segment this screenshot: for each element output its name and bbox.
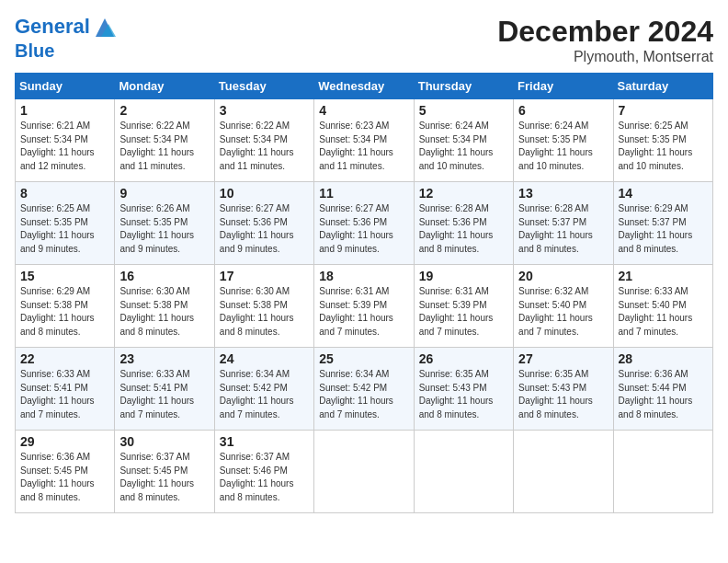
- day-number-11: 11: [319, 186, 408, 201]
- calendar-week-2: 8 Sunrise: 6:25 AM Sunset: 5:35 PM Dayli…: [16, 182, 713, 265]
- day-number-27: 27: [518, 351, 608, 366]
- day-number-21: 21: [619, 269, 708, 283]
- day-cell-26: 26 Sunrise: 6:35 AM Sunset: 5:43 PM Dayl…: [414, 348, 513, 431]
- header-monday: Monday: [115, 74, 214, 99]
- day-info-20: Sunrise: 6:32 AM Sunset: 5:40 PM Dayligh…: [518, 285, 608, 339]
- calendar-week-5: 29 Sunrise: 6:36 AM Sunset: 5:45 PM Dayl…: [16, 431, 713, 513]
- day-cell-22: 22 Sunrise: 6:33 AM Sunset: 5:41 PM Dayl…: [16, 348, 115, 431]
- day-number-22: 22: [20, 351, 109, 366]
- day-cell-14: 14 Sunrise: 6:29 AM Sunset: 5:37 PM Dayl…: [613, 182, 712, 265]
- day-info-9: Sunrise: 6:26 AM Sunset: 5:35 PM Dayligh…: [119, 202, 209, 256]
- day-info-27: Sunrise: 6:35 AM Sunset: 5:43 PM Dayligh…: [518, 368, 608, 421]
- day-cell-13: 13 Sunrise: 6:28 AM Sunset: 5:37 PM Dayl…: [514, 182, 613, 265]
- logo: General Blue: [15, 15, 118, 61]
- day-cell-30: 30 Sunrise: 6:37 AM Sunset: 5:45 PM Dayl…: [115, 431, 214, 513]
- header-saturday: Saturday: [613, 74, 712, 99]
- day-number-2: 2: [119, 103, 209, 118]
- day-number-25: 25: [319, 351, 408, 366]
- day-cell-18: 18 Sunrise: 6:31 AM Sunset: 5:39 PM Dayl…: [314, 265, 414, 348]
- location-subtitle: Plymouth, Montserrat: [497, 49, 713, 65]
- day-cell-8: 8 Sunrise: 6:25 AM Sunset: 5:35 PM Dayli…: [16, 182, 115, 265]
- day-number-23: 23: [119, 351, 209, 366]
- title-block: December 2024 Plymouth, Montserrat: [497, 15, 713, 65]
- day-info-28: Sunrise: 6:36 AM Sunset: 5:44 PM Dayligh…: [619, 368, 708, 421]
- day-number-19: 19: [419, 269, 508, 283]
- day-cell-15: 15 Sunrise: 6:29 AM Sunset: 5:38 PM Dayl…: [16, 265, 115, 348]
- day-info-4: Sunrise: 6:23 AM Sunset: 5:34 PM Dayligh…: [319, 120, 408, 173]
- month-title: December 2024: [497, 15, 713, 49]
- day-cell-20: 20 Sunrise: 6:32 AM Sunset: 5:40 PM Dayl…: [514, 265, 613, 348]
- empty-cell: [314, 431, 414, 513]
- calendar-week-1: 1 Sunrise: 6:21 AM Sunset: 5:34 PM Dayli…: [16, 99, 713, 182]
- day-number-17: 17: [220, 269, 309, 283]
- day-number-1: 1: [20, 103, 109, 118]
- day-cell-6: 6 Sunrise: 6:24 AM Sunset: 5:35 PM Dayli…: [514, 99, 613, 182]
- day-cell-11: 11 Sunrise: 6:27 AM Sunset: 5:36 PM Dayl…: [314, 182, 414, 265]
- day-info-7: Sunrise: 6:25 AM Sunset: 5:35 PM Dayligh…: [619, 120, 708, 173]
- day-number-28: 28: [619, 351, 708, 366]
- day-cell-4: 4 Sunrise: 6:23 AM Sunset: 5:34 PM Dayli…: [314, 99, 414, 182]
- calendar-week-3: 15 Sunrise: 6:29 AM Sunset: 5:38 PM Dayl…: [16, 265, 713, 348]
- day-number-6: 6: [518, 103, 608, 118]
- day-info-5: Sunrise: 6:24 AM Sunset: 5:34 PM Dayligh…: [419, 120, 508, 173]
- day-cell-23: 23 Sunrise: 6:33 AM Sunset: 5:41 PM Dayl…: [115, 348, 214, 431]
- day-info-6: Sunrise: 6:24 AM Sunset: 5:35 PM Dayligh…: [518, 120, 608, 173]
- empty-cell: [514, 431, 613, 513]
- day-cell-17: 17 Sunrise: 6:30 AM Sunset: 5:38 PM Dayl…: [214, 265, 313, 348]
- day-info-15: Sunrise: 6:29 AM Sunset: 5:38 PM Dayligh…: [20, 285, 109, 339]
- day-info-18: Sunrise: 6:31 AM Sunset: 5:39 PM Dayligh…: [319, 285, 408, 339]
- day-number-9: 9: [119, 186, 209, 201]
- logo-text: General: [15, 15, 118, 40]
- day-cell-28: 28 Sunrise: 6:36 AM Sunset: 5:44 PM Dayl…: [613, 348, 712, 431]
- calendar-table: Sunday Monday Tuesday Wednesday Thursday…: [15, 73, 713, 513]
- day-cell-5: 5 Sunrise: 6:24 AM Sunset: 5:34 PM Dayli…: [414, 99, 513, 182]
- day-cell-3: 3 Sunrise: 6:22 AM Sunset: 5:34 PM Dayli…: [214, 99, 313, 182]
- day-info-12: Sunrise: 6:28 AM Sunset: 5:36 PM Dayligh…: [419, 202, 508, 256]
- day-info-29: Sunrise: 6:36 AM Sunset: 5:45 PM Dayligh…: [20, 451, 109, 504]
- day-info-22: Sunrise: 6:33 AM Sunset: 5:41 PM Dayligh…: [20, 368, 109, 421]
- day-info-21: Sunrise: 6:33 AM Sunset: 5:40 PM Dayligh…: [619, 285, 708, 339]
- day-cell-21: 21 Sunrise: 6:33 AM Sunset: 5:40 PM Dayl…: [613, 265, 712, 348]
- day-cell-1: 1 Sunrise: 6:21 AM Sunset: 5:34 PM Dayli…: [16, 99, 115, 182]
- day-info-23: Sunrise: 6:33 AM Sunset: 5:41 PM Dayligh…: [119, 368, 209, 421]
- day-info-11: Sunrise: 6:27 AM Sunset: 5:36 PM Dayligh…: [319, 202, 408, 256]
- day-info-10: Sunrise: 6:27 AM Sunset: 5:36 PM Dayligh…: [220, 202, 309, 256]
- day-info-13: Sunrise: 6:28 AM Sunset: 5:37 PM Dayligh…: [518, 202, 608, 256]
- day-info-3: Sunrise: 6:22 AM Sunset: 5:34 PM Dayligh…: [220, 120, 309, 173]
- day-cell-7: 7 Sunrise: 6:25 AM Sunset: 5:35 PM Dayli…: [613, 99, 712, 182]
- header-sunday: Sunday: [16, 74, 115, 99]
- day-number-10: 10: [220, 186, 309, 201]
- day-info-25: Sunrise: 6:34 AM Sunset: 5:42 PM Dayligh…: [319, 368, 408, 421]
- day-number-7: 7: [619, 103, 708, 118]
- day-cell-10: 10 Sunrise: 6:27 AM Sunset: 5:36 PM Dayl…: [214, 182, 313, 265]
- day-info-30: Sunrise: 6:37 AM Sunset: 5:45 PM Dayligh…: [119, 451, 209, 504]
- day-cell-24: 24 Sunrise: 6:34 AM Sunset: 5:42 PM Dayl…: [214, 348, 313, 431]
- day-number-30: 30: [119, 434, 209, 449]
- header-wednesday: Wednesday: [314, 74, 414, 99]
- day-number-5: 5: [419, 103, 508, 118]
- day-number-31: 31: [220, 434, 309, 449]
- day-cell-16: 16 Sunrise: 6:30 AM Sunset: 5:38 PM Dayl…: [115, 265, 214, 348]
- day-cell-27: 27 Sunrise: 6:35 AM Sunset: 5:43 PM Dayl…: [514, 348, 613, 431]
- day-cell-9: 9 Sunrise: 6:26 AM Sunset: 5:35 PM Dayli…: [115, 182, 214, 265]
- day-cell-29: 29 Sunrise: 6:36 AM Sunset: 5:45 PM Dayl…: [16, 431, 115, 513]
- day-number-16: 16: [119, 269, 209, 283]
- day-number-4: 4: [319, 103, 408, 118]
- header-tuesday: Tuesday: [214, 74, 313, 99]
- day-number-26: 26: [419, 351, 508, 366]
- day-info-14: Sunrise: 6:29 AM Sunset: 5:37 PM Dayligh…: [619, 202, 708, 256]
- day-cell-2: 2 Sunrise: 6:22 AM Sunset: 5:34 PM Dayli…: [115, 99, 214, 182]
- calendar-week-4: 22 Sunrise: 6:33 AM Sunset: 5:41 PM Dayl…: [16, 348, 713, 431]
- day-number-8: 8: [20, 186, 109, 201]
- day-number-3: 3: [220, 103, 309, 118]
- day-number-12: 12: [419, 186, 508, 201]
- empty-cell: [613, 431, 712, 513]
- day-number-18: 18: [319, 269, 408, 283]
- day-number-29: 29: [20, 434, 109, 449]
- header-friday: Friday: [514, 74, 613, 99]
- day-cell-25: 25 Sunrise: 6:34 AM Sunset: 5:42 PM Dayl…: [314, 348, 414, 431]
- day-number-14: 14: [619, 186, 708, 201]
- day-info-16: Sunrise: 6:30 AM Sunset: 5:38 PM Dayligh…: [119, 285, 209, 339]
- weekday-header-row: Sunday Monday Tuesday Wednesday Thursday…: [16, 74, 713, 99]
- logo-blue: Blue: [15, 40, 118, 61]
